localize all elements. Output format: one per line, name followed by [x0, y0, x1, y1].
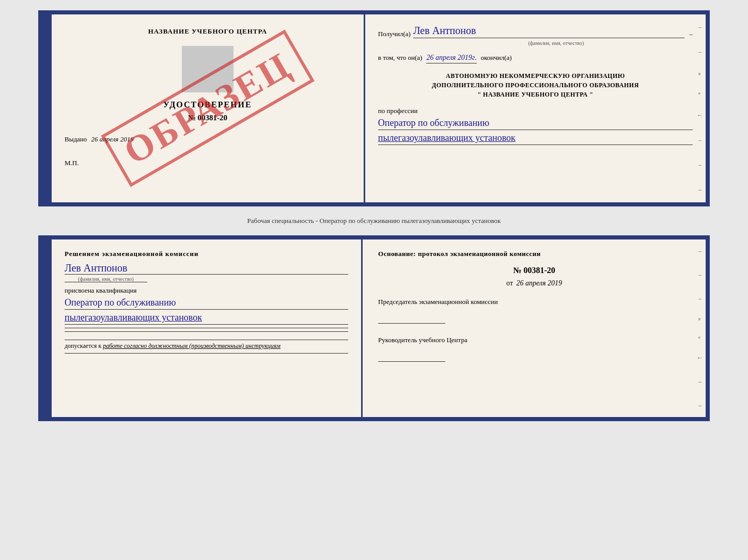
organization-block: АВТОНОМНУЮ НЕКОММЕРЧЕСКУЮ ОРГАНИЗАЦИЮ ДО…	[378, 71, 693, 99]
prisvoena-label: присвоена квалификация	[65, 286, 348, 295]
v-tom-label: в том, что он(а)	[378, 54, 423, 62]
rukovoditel-block: Руководитель учебного Центра	[378, 336, 690, 364]
middle-specialty-text: Рабочая специальность - Оператор по обсл…	[38, 213, 710, 229]
protocol-number: № 00381-20	[378, 266, 690, 275]
poluchil-row: Получил(а) Лев Антпонов –	[378, 25, 693, 38]
blank-line1	[65, 328, 348, 328]
protocol-date-value: 26 апреля 2019	[517, 279, 562, 287]
v-tom-line: в том, что он(а) 26 апреля 2019г. окончи…	[378, 54, 693, 63]
osnovaniye-label: Основание: протокол экзаменационной коми…	[378, 250, 690, 258]
qualification-line2: пылегазоулавливающих установок	[65, 312, 348, 325]
rukovoditel-signature	[378, 348, 690, 364]
predsedatel-block: Председатель экзаменационной комиссии	[378, 298, 690, 326]
book-spine-bottom	[42, 239, 52, 417]
photo-placeholder	[182, 46, 233, 92]
protocol-date: от 26 апреля 2019	[378, 279, 690, 287]
predsedatel-signature	[378, 310, 690, 326]
bottom-cert-left-page: Решением экзаменационной комиссии Лев Ан…	[52, 239, 363, 417]
okonchil-label: окончил(а)	[481, 54, 512, 62]
book-spine-top	[42, 14, 52, 202]
rukovoditel-signature-line	[378, 361, 445, 362]
vydano-label: Выдано	[65, 135, 87, 143]
poluchil-label: Получил(а)	[378, 30, 411, 38]
right-side-deco-top: – – и а ← – – –	[694, 14, 706, 202]
person-name-bottom: Лев Антпонов	[65, 262, 348, 275]
mp-label: М.П.	[65, 159, 351, 167]
dopuskaetsya-block: допускается к работе согласно должностны…	[65, 340, 348, 350]
qualification-line1: Оператор по обслуживанию	[65, 297, 348, 310]
predsedatel-label: Председатель экзаменационной комиссии	[378, 298, 690, 306]
predsedatel-signature-line	[378, 323, 445, 324]
rukovoditel-label: Руководитель учебного Центра	[378, 336, 690, 344]
profession-line1: Оператор по обслуживанию	[378, 118, 693, 130]
center-name-label-top: НАЗВАНИЕ УЧЕБНОГО ЦЕНТРА	[65, 27, 351, 36]
recipient-name: Лев Антпонов	[413, 25, 684, 38]
protocol-date-prefix: от	[506, 279, 513, 287]
dash1: –	[690, 30, 693, 38]
top-cert-left-page: НАЗВАНИЕ УЧЕБНОГО ЦЕНТРА УДОСТОВЕРЕНИЕ №…	[52, 14, 365, 202]
blank-line3	[65, 353, 348, 354]
vydano-date: 26 апреля 2019	[91, 135, 134, 143]
blank-line2	[65, 331, 348, 332]
document-container: НАЗВАНИЕ УЧЕБНОГО ЦЕНТРА УДОСТОВЕРЕНИЕ №…	[38, 10, 710, 421]
dopuskaetsya-text: работе согласно должностным (производств…	[103, 342, 280, 349]
org-line1: АВТОНОМНУЮ НЕКОММЕРЧЕСКУЮ ОРГАНИЗАЦИЮ	[378, 71, 693, 81]
top-certificate-book: НАЗВАНИЕ УЧЕБНОГО ЦЕНТРА УДОСТОВЕРЕНИЕ №…	[38, 10, 710, 206]
fio-hint-top: (фамилия, имя, отчество)	[419, 40, 693, 46]
right-side-deco-bottom: – – – и а ← – –	[694, 239, 706, 417]
completion-date: 26 апреля 2019г.	[426, 54, 476, 63]
profession-line2: пылегазоулавливающих установок	[378, 133, 693, 145]
udostoverenie-label: УДОСТОВЕРЕНИЕ	[65, 100, 351, 109]
org-line2: ДОПОЛНИТЕЛЬНОГО ПРОФЕССИОНАЛЬНОГО ОБРАЗО…	[378, 81, 693, 90]
dopuskaetsya-label: допускается к	[65, 342, 101, 349]
top-cert-right-page: Получил(а) Лев Антпонов – (фамилия, имя,…	[365, 14, 706, 202]
bottom-cert-right-page: Основание: протокол экзаменационной коми…	[363, 239, 706, 417]
vydano-line: Выдано 26 апреля 2019	[65, 135, 351, 143]
org-line3: " НАЗВАНИЕ УЧЕБНОГО ЦЕНТРА "	[378, 90, 693, 99]
resheniyem-label: Решением экзаменационной комиссии	[65, 250, 348, 258]
cert-number-top: № 00381-20	[65, 114, 351, 122]
bottom-certificate-book: Решением экзаменационной комиссии Лев Ан…	[38, 235, 710, 421]
po-professii-label: по профессии	[378, 107, 693, 115]
fio-hint-bottom: (фамилия, имя, отчество)	[65, 276, 147, 282]
